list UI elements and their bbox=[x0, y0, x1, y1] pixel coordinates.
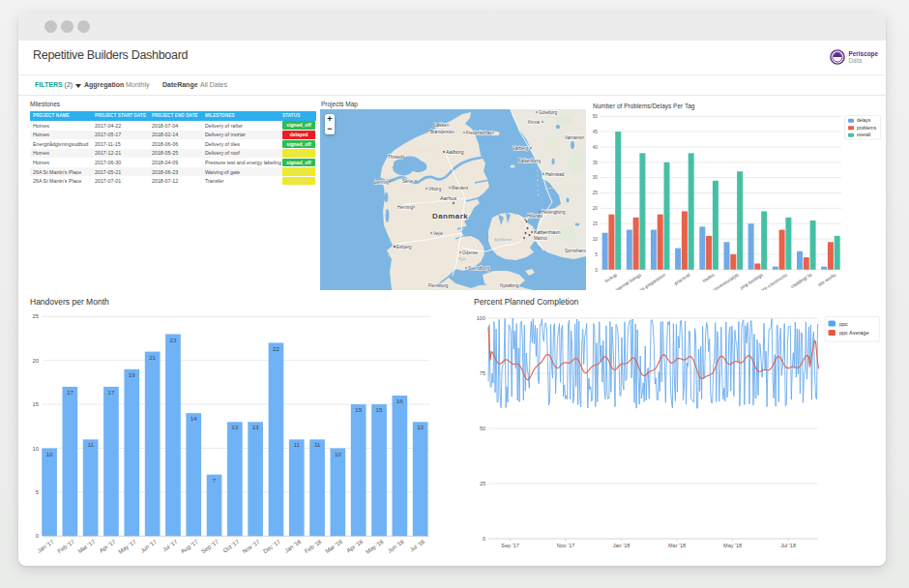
svg-text:Nykøbing: Nykøbing bbox=[500, 283, 519, 288]
svg-text:Danmark: Danmark bbox=[432, 212, 468, 220]
svg-text:Apr '17: Apr '17 bbox=[99, 539, 117, 554]
svg-text:11: 11 bbox=[294, 441, 301, 448]
svg-text:Falkenberg: Falkenberg bbox=[518, 159, 541, 163]
svg-text:5: 5 bbox=[595, 252, 598, 257]
svg-text:Brønderslev: Brønderslev bbox=[430, 130, 454, 134]
svg-text:Sep '17: Sep '17 bbox=[200, 539, 220, 555]
svg-text:Thisted: Thisted bbox=[388, 155, 403, 160]
svg-text:conventional(a): conventional(a) bbox=[711, 272, 741, 290]
svg-text:Frederikshavn: Frederikshavn bbox=[466, 131, 495, 135]
svg-text:Feb '17: Feb '17 bbox=[56, 539, 75, 555]
svg-text:25: 25 bbox=[480, 481, 485, 486]
svg-text:Viborg: Viborg bbox=[428, 187, 442, 191]
svg-text:7: 7 bbox=[213, 477, 217, 484]
svg-text:Mar '18: Mar '18 bbox=[668, 543, 686, 548]
svg-text:Helsingborg: Helsingborg bbox=[542, 210, 566, 215]
svg-text:ppc Average: ppc Average bbox=[839, 330, 868, 336]
svg-text:100: 100 bbox=[477, 315, 485, 321]
svg-text:40: 40 bbox=[593, 145, 599, 150]
svg-text:Vejle: Vejle bbox=[433, 231, 443, 236]
svg-text:site works: site works bbox=[817, 272, 837, 287]
svg-text:lockup: lockup bbox=[603, 272, 618, 283]
svg-text:Aug '17: Aug '17 bbox=[180, 539, 200, 555]
svg-text:25: 25 bbox=[33, 313, 39, 319]
svg-text:Mar '17: Mar '17 bbox=[77, 539, 97, 555]
svg-text:Jun '18: Jun '18 bbox=[387, 539, 406, 554]
svg-text:Mar '18: Mar '18 bbox=[324, 539, 343, 555]
svg-text:0: 0 bbox=[483, 536, 485, 542]
svg-text:Sep '17: Sep '17 bbox=[501, 543, 518, 548]
svg-text:50: 50 bbox=[480, 426, 485, 431]
svg-text:30: 30 bbox=[593, 175, 599, 180]
svg-text:23: 23 bbox=[169, 337, 176, 343]
svg-text:Jul '18: Jul '18 bbox=[409, 539, 426, 553]
svg-text:Fyn: Fyn bbox=[458, 256, 466, 261]
svg-text:Randers: Randers bbox=[452, 186, 469, 191]
svg-text:Odense: Odense bbox=[462, 250, 479, 255]
svg-text:15: 15 bbox=[355, 406, 362, 413]
svg-text:problems: problems bbox=[857, 126, 877, 131]
svg-text:Varberg: Varberg bbox=[513, 146, 528, 151]
svg-text:Feb '18: Feb '18 bbox=[304, 539, 323, 555]
svg-text:Nov '17: Nov '17 bbox=[242, 539, 261, 555]
svg-text:Jan '18: Jan '18 bbox=[283, 539, 303, 554]
svg-text:11: 11 bbox=[314, 441, 321, 448]
svg-text:22: 22 bbox=[273, 345, 279, 352]
svg-text:20: 20 bbox=[33, 358, 39, 364]
svg-text:50: 50 bbox=[593, 114, 599, 119]
svg-text:delays: delays bbox=[857, 118, 871, 123]
svg-text:15: 15 bbox=[593, 221, 599, 226]
svg-text:Skive: Skive bbox=[402, 179, 414, 184]
svg-text:May '18: May '18 bbox=[723, 543, 742, 548]
svg-text:13: 13 bbox=[417, 424, 424, 430]
svg-text:Jun '17: Jun '17 bbox=[139, 539, 159, 554]
svg-text:75: 75 bbox=[480, 370, 485, 376]
svg-text:15: 15 bbox=[376, 406, 383, 413]
svg-text:internal linings: internal linings bbox=[615, 272, 643, 290]
svg-text:Göteborg: Göteborg bbox=[539, 110, 558, 115]
svg-text:Aarhus: Aarhus bbox=[440, 195, 456, 201]
svg-text:Esbjerg: Esbjerg bbox=[396, 245, 412, 250]
svg-text:10: 10 bbox=[46, 451, 53, 457]
svg-text:Malmö: Malmö bbox=[534, 236, 547, 241]
svg-text:Nov '17: Nov '17 bbox=[557, 543, 574, 548]
svg-text:strip footings: strip footings bbox=[739, 272, 764, 290]
svg-text:Oct '17: Oct '17 bbox=[222, 539, 241, 554]
svg-text:35: 35 bbox=[593, 161, 599, 165]
svg-text:May '18: May '18 bbox=[365, 539, 385, 555]
svg-text:Hillerød: Hillerød bbox=[527, 214, 542, 219]
svg-text:19: 19 bbox=[129, 371, 135, 378]
svg-text:11: 11 bbox=[87, 441, 94, 448]
svg-text:Jan '18: Jan '18 bbox=[613, 543, 630, 548]
svg-text:17: 17 bbox=[108, 389, 115, 396]
svg-text:pre-constructio: pre-constructio bbox=[760, 272, 789, 290]
svg-text:Sjælland: Sjælland bbox=[494, 237, 512, 242]
svg-text:Varnamo: Varnamo bbox=[565, 135, 583, 140]
svg-text:45: 45 bbox=[593, 130, 599, 134]
svg-text:Svendborg: Svendborg bbox=[468, 266, 490, 271]
svg-text:cladding/ fa: cladding/ fa bbox=[790, 272, 813, 289]
svg-text:Sorrishamn: Sorrishamn bbox=[565, 249, 586, 253]
svg-text:Halmstad: Halmstad bbox=[545, 172, 565, 177]
svg-text:Apr '18: Apr '18 bbox=[345, 539, 364, 554]
svg-text:Jul '17: Jul '17 bbox=[161, 539, 179, 553]
svg-text:10: 10 bbox=[593, 237, 599, 242]
svg-text:14: 14 bbox=[191, 415, 197, 422]
svg-text:25: 25 bbox=[593, 191, 599, 195]
svg-text:0: 0 bbox=[36, 533, 39, 539]
svg-text:21: 21 bbox=[149, 354, 156, 361]
svg-text:20: 20 bbox=[593, 206, 599, 211]
svg-text:ppc: ppc bbox=[839, 321, 848, 327]
svg-text:Data: Data bbox=[849, 57, 863, 64]
svg-text:Lemvig: Lemvig bbox=[374, 180, 389, 185]
svg-text:May '17: May '17 bbox=[117, 539, 137, 555]
svg-text:0: 0 bbox=[595, 268, 598, 273]
svg-text:København: København bbox=[534, 229, 561, 235]
svg-text:Jul '18: Jul '18 bbox=[780, 543, 796, 548]
svg-text:15: 15 bbox=[33, 401, 39, 407]
svg-text:13: 13 bbox=[231, 424, 238, 430]
svg-text:trades: trades bbox=[702, 272, 716, 283]
svg-text:16: 16 bbox=[396, 397, 403, 404]
svg-text:Flensburg: Flensburg bbox=[428, 283, 449, 288]
svg-text:Kinna: Kinna bbox=[528, 120, 540, 125]
